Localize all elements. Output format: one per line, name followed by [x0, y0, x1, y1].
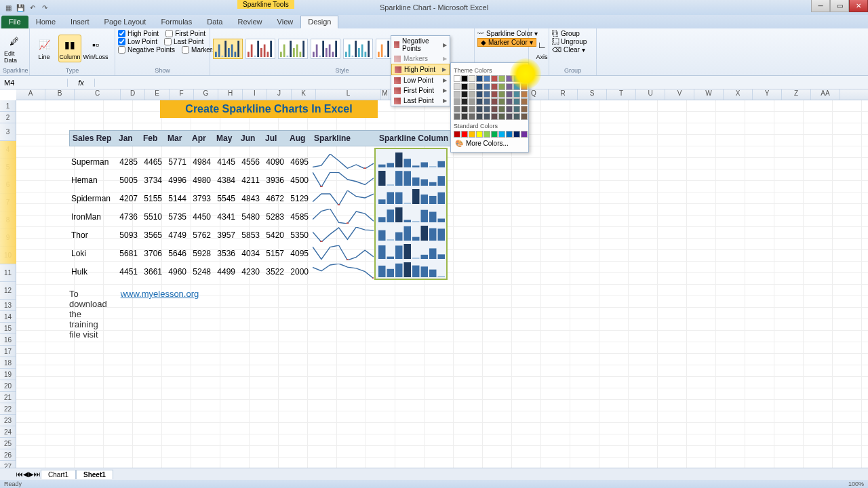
footnote-link[interactable]: www.myelesson.org — [121, 289, 199, 340]
color-swatch[interactable] — [454, 131, 460, 138]
color-swatch[interactable] — [484, 131, 490, 138]
row-header-11[interactable]: 11 — [0, 264, 16, 282]
menu-low-point[interactable]: Low Point▶ — [391, 75, 450, 85]
color-swatch[interactable] — [484, 75, 490, 82]
row-header-20[interactable]: 20 — [0, 380, 16, 392]
tab-view[interactable]: View — [270, 16, 301, 28]
color-swatch[interactable] — [521, 75, 528, 82]
color-swatch[interactable] — [469, 83, 475, 90]
color-swatch[interactable] — [498, 83, 505, 90]
style-swatch[interactable] — [245, 39, 275, 59]
clear-button[interactable]: ⌫Clear ▾ — [552, 46, 585, 54]
color-swatch[interactable] — [469, 106, 475, 113]
type-line-button[interactable]: 📈Line — [33, 35, 56, 62]
col-header-A[interactable]: A — [16, 89, 45, 100]
tab-home[interactable]: Home — [28, 16, 63, 28]
tab-insert[interactable]: Insert — [63, 16, 97, 28]
color-swatch[interactable] — [454, 91, 460, 98]
col-header-AA[interactable]: AA — [811, 89, 840, 100]
color-swatch[interactable] — [476, 75, 483, 82]
row-header-26[interactable]: 26 — [0, 449, 16, 461]
col-header-Y[interactable]: Y — [753, 89, 782, 100]
menu-markers[interactable]: Markers▶ — [391, 54, 450, 64]
color-swatch[interactable] — [461, 75, 468, 82]
color-swatch[interactable] — [513, 106, 520, 113]
tab-formulas[interactable]: Formulas — [153, 16, 199, 28]
row-header-14[interactable]: 14 — [0, 311, 16, 323]
color-swatch[interactable] — [513, 131, 520, 138]
color-swatch[interactable] — [513, 113, 520, 120]
col-header-C[interactable]: C — [75, 89, 121, 100]
row-header-1[interactable]: 1 — [0, 100, 16, 112]
color-swatch[interactable] — [461, 98, 468, 105]
color-swatch[interactable] — [506, 75, 513, 82]
more-colors-button[interactable]: 🎨More Colors... — [454, 138, 526, 149]
row-header-2[interactable]: 2 — [0, 112, 16, 123]
color-swatch[interactable] — [454, 75, 460, 82]
row-header-21[interactable]: 21 — [0, 392, 16, 403]
style-swatch[interactable] — [278, 39, 308, 59]
style-swatch[interactable] — [213, 39, 243, 59]
row-header-22[interactable]: 22 — [0, 403, 16, 415]
color-swatch[interactable] — [484, 113, 490, 120]
menu-last-point[interactable]: Last Point▶ — [391, 96, 450, 106]
col-header-I[interactable]: I — [243, 89, 267, 100]
tab-file[interactable]: File — [1, 16, 28, 28]
color-swatch[interactable] — [513, 91, 520, 98]
color-swatch[interactable] — [491, 91, 498, 98]
color-swatch[interactable] — [498, 113, 505, 120]
menu-negative-points[interactable]: Negative Points▶ — [391, 36, 450, 54]
color-swatch[interactable] — [476, 91, 483, 98]
color-swatch[interactable] — [506, 131, 513, 138]
color-swatch[interactable] — [498, 106, 505, 113]
color-swatch[interactable] — [476, 113, 483, 120]
minimize-button[interactable]: ─ — [811, 0, 830, 12]
color-swatch[interactable] — [491, 131, 498, 138]
color-swatch[interactable] — [469, 75, 475, 82]
color-swatch[interactable] — [498, 131, 505, 138]
color-swatch[interactable] — [469, 131, 475, 138]
col-header-J[interactable]: J — [267, 89, 292, 100]
color-swatch[interactable] — [491, 106, 498, 113]
sheet-tab-sheet1[interactable]: Sheet1 — [76, 470, 113, 479]
row-header-16[interactable]: 16 — [0, 334, 16, 346]
col-header-M[interactable]: M — [381, 89, 389, 100]
marker-color-button[interactable]: ◆Marker Color ▾ — [477, 38, 536, 47]
col-header-R[interactable]: R — [549, 89, 578, 100]
color-swatch[interactable] — [506, 83, 513, 90]
sheet-nav-prev-icon[interactable]: ◀ — [23, 470, 28, 478]
menu-first-point[interactable]: First Point▶ — [391, 85, 450, 96]
color-swatch[interactable] — [484, 98, 490, 105]
style-swatch[interactable] — [343, 39, 373, 59]
color-swatch[interactable] — [484, 91, 490, 98]
edit-data-button[interactable]: 🖉Edit Data — [3, 32, 26, 65]
row-header-12[interactable]: 12 — [0, 282, 16, 300]
color-swatch[interactable] — [476, 106, 483, 113]
row-header-3[interactable]: 3 — [0, 123, 16, 141]
sheet-tab-chart1[interactable]: Chart1 — [41, 470, 76, 479]
worksheet-grid[interactable]: ABCDEFGHIJKLMNOPQRSTUVWXYZAA 12345678910… — [0, 89, 868, 474]
theme-color-grid[interactable] — [454, 75, 526, 82]
tab-data[interactable]: Data — [199, 16, 230, 28]
color-swatch[interactable] — [521, 91, 528, 98]
color-swatch[interactable] — [461, 113, 468, 120]
col-header-V[interactable]: V — [665, 89, 694, 100]
color-swatch[interactable] — [513, 98, 520, 105]
color-swatch[interactable] — [491, 113, 498, 120]
color-swatch[interactable] — [521, 113, 528, 120]
col-header-L[interactable]: L — [316, 89, 381, 100]
ungroup-button[interactable]: ⿺Ungroup — [552, 38, 587, 45]
color-swatch[interactable] — [454, 106, 460, 113]
color-swatch[interactable] — [469, 113, 475, 120]
style-swatch[interactable] — [311, 39, 340, 59]
col-header-H[interactable]: H — [218, 89, 243, 100]
color-swatch[interactable] — [506, 91, 513, 98]
row-header-24[interactable]: 24 — [0, 426, 16, 438]
close-button[interactable]: ✕ — [849, 0, 868, 12]
color-swatch[interactable] — [484, 106, 490, 113]
check-high-point[interactable]: High Point — [118, 30, 159, 37]
type-winloss-button[interactable]: ▪▫Win/Loss — [84, 35, 107, 62]
color-swatch[interactable] — [498, 98, 505, 105]
color-swatch[interactable] — [484, 83, 490, 90]
row-header-19[interactable]: 19 — [0, 369, 16, 380]
